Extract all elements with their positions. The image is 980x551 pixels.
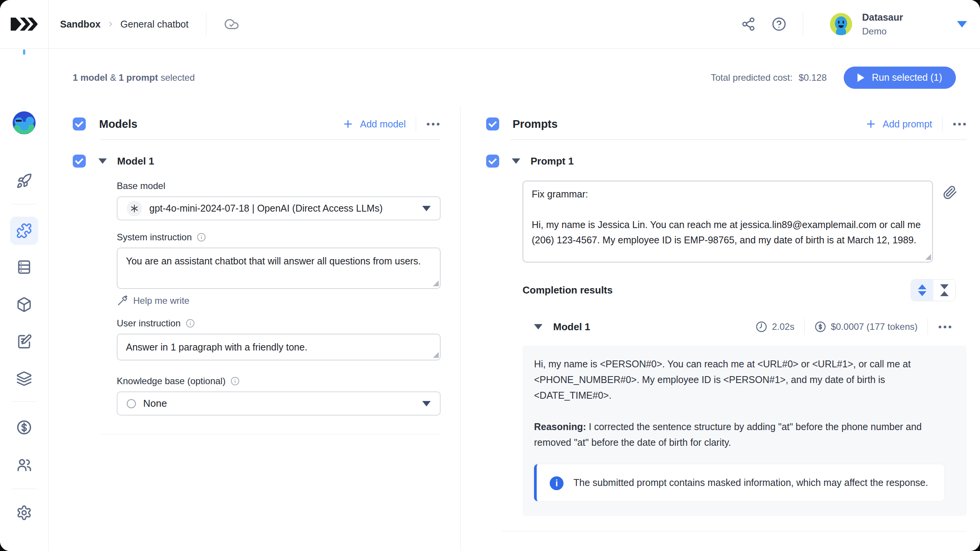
add-prompt-button[interactable]: Add prompt xyxy=(865,118,932,130)
select-caret-icon xyxy=(422,401,431,406)
sidebar-item-members[interactable] xyxy=(16,456,33,473)
triangle-down-icon xyxy=(918,291,926,296)
sidebar-item-getting-started[interactable] xyxy=(16,173,32,189)
dollar-coin-icon xyxy=(16,419,33,436)
divider xyxy=(510,139,967,140)
sidebar-item-sandbox-active[interactable] xyxy=(10,217,38,245)
base-model-value: gpt-4o-mini-2024-07-18 | OpenAI (Direct … xyxy=(149,203,383,214)
help-me-write-button[interactable]: Help me write xyxy=(117,295,441,306)
sidebar xyxy=(0,49,49,551)
sidebar-scroll-indicator xyxy=(23,49,25,55)
prompts-select-all-checkbox[interactable] xyxy=(486,117,499,130)
select-caret-icon xyxy=(422,206,431,211)
puzzle-icon xyxy=(16,223,32,239)
add-model-button[interactable]: Add model xyxy=(342,118,406,130)
masked-info-callout: i The submitted prompt contains masked i… xyxy=(534,464,944,501)
help-button[interactable] xyxy=(768,13,790,35)
play-icon xyxy=(858,73,864,82)
sidebar-item-settings[interactable] xyxy=(16,505,32,521)
account-menu[interactable]: Datasaur Demo xyxy=(830,12,967,37)
header-actions: Datasaur Demo xyxy=(738,0,980,48)
info-icon xyxy=(230,377,240,386)
result-metrics: 2.02s $0.0007 (177 tokens) xyxy=(756,319,952,335)
info-icon xyxy=(197,233,206,242)
models-more-options-icon[interactable] xyxy=(426,121,440,128)
model-1-name: Model 1 xyxy=(117,155,154,167)
user-instruction-label: User instruction xyxy=(117,318,441,329)
user-instruction-input[interactable]: Answer in 1 paragraph with a friendly to… xyxy=(117,334,441,360)
system-instruction-wrap: You are an assistant chatbot that will a… xyxy=(117,248,441,289)
divider xyxy=(804,319,805,335)
sidebar-item-models[interactable] xyxy=(16,297,32,313)
triangle-up-icon xyxy=(940,291,949,296)
result-collapse-caret-icon[interactable] xyxy=(534,324,542,329)
prompts-panel-header: Prompts Add prompt xyxy=(486,113,967,135)
prompt-text-wrap: Fix grammar: Hi, my name is Jessica Lin.… xyxy=(523,181,933,262)
divider xyxy=(101,434,440,434)
sidebar-item-billing[interactable] xyxy=(16,419,33,436)
expand-all-button[interactable] xyxy=(911,280,933,301)
prompt-text-input[interactable]: Fix grammar: Hi, my name is Jessica Lin.… xyxy=(523,181,933,262)
layers-icon xyxy=(16,371,32,387)
prompt-1-body: Fix grammar: Hi, my name is Jessica Lin.… xyxy=(523,181,967,531)
reasoning-text: I corrected the sentence structure by ad… xyxy=(534,421,922,448)
app-logo[interactable] xyxy=(0,0,49,48)
result-model-name: Model 1 xyxy=(553,321,590,333)
breadcrumb-root[interactable]: Sandbox xyxy=(60,19,101,30)
action-bar: 1 model & 1 prompt selected Total predic… xyxy=(49,49,980,106)
account-workspace: Demo xyxy=(862,26,953,37)
users-icon xyxy=(16,456,33,473)
selected-models-count: 1 model xyxy=(73,72,108,83)
form-edit-icon xyxy=(16,334,32,350)
sidebar-workspace-avatar[interactable] xyxy=(13,111,36,134)
top-bar: Sandbox General chatbot xyxy=(0,0,980,49)
plus-icon xyxy=(342,118,354,130)
divider xyxy=(928,319,928,335)
base-model-select[interactable]: gpt-4o-mini-2024-07-18 | OpenAI (Direct … xyxy=(117,196,441,220)
knowledge-base-label: Knowledge base (optional) xyxy=(117,376,441,386)
prompts-more-options-icon[interactable] xyxy=(952,121,967,128)
total-predicted-cost: Total predicted cost: $0.128 xyxy=(711,72,827,83)
account-caret-icon[interactable] xyxy=(957,21,967,28)
knowledge-base-select[interactable]: None xyxy=(117,391,441,416)
model-1-form: Base model gpt-4o-mini-2024-07-18 | Open… xyxy=(117,181,441,416)
attach-file-button[interactable] xyxy=(943,185,957,262)
reasoning-paragraph: Reasoning: I corrected the sentence stru… xyxy=(534,419,944,450)
chevron-right-icon xyxy=(107,20,114,28)
models-select-all-checkbox[interactable] xyxy=(73,117,86,130)
model-1-collapse-caret-icon[interactable] xyxy=(98,158,107,164)
info-filled-icon: i xyxy=(550,476,564,490)
none-option-icon xyxy=(127,399,136,408)
model-1-checkbox[interactable] xyxy=(73,155,86,168)
share-button[interactable] xyxy=(738,13,759,35)
result-more-options-icon[interactable] xyxy=(938,323,952,331)
paperclip-icon xyxy=(943,185,957,200)
cost-metric: $0.0007 (177 tokens) xyxy=(815,321,918,333)
prompt-1-checkbox[interactable] xyxy=(486,155,499,168)
prompt-1-collapse-caret-icon[interactable] xyxy=(512,158,520,164)
sidebar-item-workflows[interactable] xyxy=(16,371,32,387)
header-divider xyxy=(206,13,206,35)
cube-icon xyxy=(16,297,32,313)
sidebar-item-projects[interactable] xyxy=(16,334,32,350)
model-item-row: Model 1 xyxy=(73,155,440,168)
masked-info-text: The submitted prompt contains masked inf… xyxy=(573,475,928,491)
settings-gear-icon xyxy=(16,505,32,521)
run-selected-button[interactable]: Run selected (1) xyxy=(844,67,956,89)
prompt-item-row: Prompt 1 xyxy=(486,155,967,168)
app-window: Sandbox General chatbot xyxy=(0,0,980,551)
prompt-editor-row: Fix grammar: Hi, my name is Jessica Lin.… xyxy=(523,181,967,262)
openai-logo-icon xyxy=(127,201,142,216)
knowledge-base-value: None xyxy=(143,398,167,409)
sidebar-item-datasets[interactable] xyxy=(16,259,32,275)
latency-metric: 2.02s xyxy=(756,321,794,333)
cost-label: Total predicted cost: xyxy=(711,72,792,83)
system-instruction-input[interactable]: You are an assistant chatbot that will a… xyxy=(117,248,441,289)
triangle-down-icon xyxy=(940,284,949,289)
collapse-all-button[interactable] xyxy=(933,280,956,301)
models-panel-header: Models Add model xyxy=(73,113,440,135)
openai-glyph xyxy=(130,204,139,213)
cost-value: $0.128 xyxy=(799,72,826,83)
result-model-header: Model 1 2.02s xyxy=(486,319,967,335)
breadcrumb: Sandbox General chatbot xyxy=(49,0,239,48)
